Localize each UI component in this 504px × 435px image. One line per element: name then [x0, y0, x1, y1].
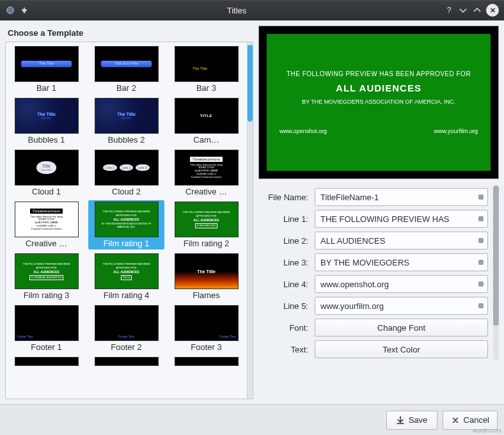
- pin-icon[interactable]: [19, 5, 29, 15]
- form-scrollbar[interactable]: [493, 186, 499, 361]
- watermark: wsxdn.com: [473, 427, 501, 434]
- template-item-partial[interactable]: [8, 356, 84, 367]
- template-item-film-rating-1[interactable]: THE FOLLOWING PREVIEW HAS BEEN APPROVED …: [88, 200, 164, 249]
- text-color-button[interactable]: Text Color: [315, 340, 488, 358]
- title-form: File Name: TitleFileName-1 Line 1: THE F…: [258, 186, 489, 361]
- clear-icon[interactable]: [478, 216, 484, 221]
- template-item-bar-1[interactable]: The Title Bar 1: [8, 45, 84, 94]
- clear-icon[interactable]: [478, 281, 484, 287]
- save-button[interactable]: Save: [386, 411, 437, 430]
- rating-badge-r: R RESTRICTED: [195, 223, 218, 228]
- clear-icon[interactable]: [478, 194, 484, 200]
- template-item-creative-commons-a[interactable]: ©creativecommonsThis video features the …: [168, 148, 244, 198]
- rating-badge-g: G GENERAL AUDIENCES: [29, 275, 63, 280]
- preview-line-5: www.yourfilm.org: [434, 128, 478, 134]
- template-item-campaign[interactable]: TITLE Cam…: [168, 97, 244, 146]
- input-file-name[interactable]: TitleFileName-1: [315, 188, 488, 206]
- template-item-footer-2[interactable]: Footer Text Footer 2: [88, 304, 164, 353]
- label-line-5: Line 5:: [260, 301, 311, 311]
- rating-badge-pg13: PG-13: [121, 275, 132, 280]
- preview-line-4: www.openshot.org: [280, 128, 327, 134]
- label-font: Font:: [260, 323, 311, 333]
- clear-icon[interactable]: [478, 238, 484, 243]
- template-chooser-panel: Choose a Template The Title Bar 1 Title …: [5, 26, 253, 399]
- template-item-bar-3[interactable]: The Title Bar 3: [168, 45, 244, 94]
- title-preview: THE FOLLOWING PREVIEW HAS BEEN APPROVED …: [258, 26, 499, 179]
- template-item-partial[interactable]: [168, 356, 244, 367]
- template-item-cloud-1[interactable]: TitleSub-Title Cloud 1: [8, 148, 84, 198]
- preview-line-3: BY THE MOVIEGOERS ASSOCIATION OF AMERCIA…: [302, 99, 455, 105]
- input-line-3[interactable]: BY THE MOVIEGOERS: [315, 253, 488, 271]
- template-item-footer-3[interactable]: Footer Text Footer 3: [168, 304, 244, 353]
- template-item-film-rating-4[interactable]: THE FOLLOWING PREVIEW HAS BEEN APPROVED …: [88, 252, 164, 301]
- template-item-flames[interactable]: The Title Flames: [168, 252, 244, 301]
- minimize-icon[interactable]: [458, 5, 468, 15]
- label-line-3: Line 3:: [260, 258, 311, 267]
- label-line-2: Line 2:: [260, 236, 311, 246]
- change-font-button[interactable]: Change Font: [315, 319, 488, 336]
- label-line-4: Line 4:: [260, 280, 311, 289]
- input-line-1[interactable]: THE FOLLOWING PREVIEW HAS: [315, 210, 488, 228]
- close-icon[interactable]: ✕: [486, 4, 499, 17]
- window-titlebar: Titles ? ✕: [0, 0, 504, 20]
- clear-icon[interactable]: [478, 260, 484, 265]
- template-item-film-rating-2[interactable]: THE FOLLOWING PREVIEW HAS BEEN APPROVED …: [168, 200, 244, 249]
- template-item-partial[interactable]: [88, 356, 164, 367]
- dialog-button-bar: Save Cancel: [0, 404, 504, 435]
- preview-line-1: THE FOLLOWING PREVIEW HAS BEEN APPROVED …: [287, 70, 471, 77]
- preview-line-2: ALL AUDIENCES: [336, 83, 421, 93]
- template-item-cloud-2[interactable]: Line 1 Line 2 Line 3 Cloud 2: [88, 148, 164, 198]
- template-item-film-rating-3[interactable]: THE FOLLOWING PREVIEW HAS BEEN APPROVED …: [8, 252, 84, 301]
- app-icon: [5, 5, 15, 15]
- cancel-button[interactable]: Cancel: [443, 411, 498, 430]
- window-title: Titles: [29, 6, 444, 15]
- template-item-creative-commons-b[interactable]: ©creativecommonsThis video features the …: [8, 200, 84, 249]
- save-icon: [396, 416, 405, 425]
- maximize-icon[interactable]: [472, 5, 482, 15]
- template-item-bubbles-1[interactable]: The TitleSub-Title Bubbles 1: [8, 97, 84, 146]
- template-item-bubbles-2[interactable]: The TitleSub-Title Bubbles 2: [88, 97, 164, 146]
- template-scrollbar[interactable]: [247, 42, 253, 399]
- help-icon[interactable]: ?: [444, 5, 454, 15]
- input-line-4[interactable]: www.openshot.org: [315, 275, 488, 293]
- svg-point-0: [7, 7, 14, 14]
- label-line-1: Line 1:: [260, 214, 311, 224]
- label-text: Text:: [260, 345, 311, 354]
- cancel-icon: [451, 416, 460, 425]
- input-line-5[interactable]: www.yourfilm.org: [315, 297, 488, 315]
- clear-icon[interactable]: [478, 303, 484, 308]
- input-line-2[interactable]: ALL AUDIENCES: [315, 232, 488, 249]
- label-file-name: File Name:: [260, 193, 311, 202]
- template-chooser-heading: Choose a Template: [5, 26, 253, 42]
- template-item-footer-1[interactable]: Footer Text Footer 1: [8, 304, 84, 353]
- template-item-bar-2[interactable]: Title Sub-Title Bar 2: [88, 45, 164, 94]
